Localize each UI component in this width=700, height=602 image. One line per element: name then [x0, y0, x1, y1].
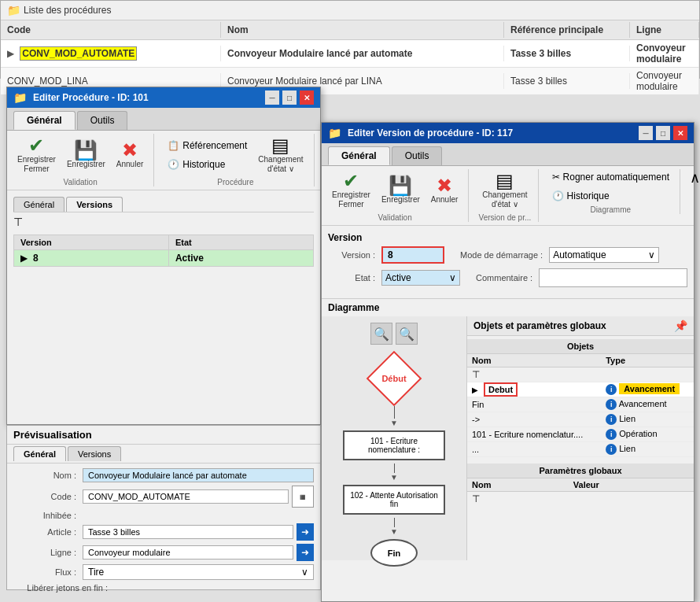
version-enregistrer-button[interactable]: 💾 Enregistrer — [378, 174, 424, 207]
main-window-title: 📁 Liste des procédures — [1, 1, 699, 20]
mode-select[interactable]: Automatique ∨ — [549, 247, 659, 263]
changement-etat-button[interactable]: ▤ Changementd'état ∨ — [254, 134, 307, 176]
lien-type: Lien — [619, 414, 636, 423]
connector3 — [394, 518, 395, 527]
label-nom: Nom : — [13, 471, 76, 480]
form-row-inhibee: Inhibée : — [13, 511, 314, 520]
versions-col-version: Version — [14, 235, 169, 250]
version-ribbon-buttons-diagramme: ✂ Rogner automatiquement 🕐 Historique — [548, 169, 673, 204]
cell-ligne: Convoyeur modulaire — [630, 40, 699, 67]
version-input[interactable] — [381, 246, 444, 264]
version-cancel-icon: ✖ — [437, 176, 452, 195]
col-ligne: Ligne — [630, 22, 699, 38]
enregistrer-button[interactable]: 💾 Enregistrer — [63, 138, 109, 172]
version-row[interactable]: ▶ 8 Active — [14, 250, 314, 267]
rogner-button[interactable]: ✂ Rogner automatiquement — [548, 169, 673, 185]
info-icon-101: i — [606, 429, 617, 440]
inner-tab-general[interactable]: Général — [13, 197, 64, 212]
version-tab-bar: Général Outils — [322, 143, 694, 166]
version-enregistrer-fermer-button[interactable]: ✔ EnregistrerFermer — [328, 169, 374, 212]
etat-select[interactable]: Active ∨ — [381, 270, 460, 286]
annuler-button[interactable]: ✖ Annuler — [112, 138, 147, 172]
zoom-out-button[interactable]: 🔍 — [396, 323, 418, 345]
enregistrer-fermer-button[interactable]: ✔ EnregistrerFermer — [13, 134, 60, 176]
code-highlight: CONV_MOD_AUTOMATE — [20, 46, 137, 61]
inner-tab-versions[interactable]: Versions — [66, 197, 123, 212]
label-article: Article : — [13, 527, 76, 537]
obj-row-dots[interactable]: ... i Lien — [467, 442, 694, 457]
version-minimize-button[interactable]: ─ — [639, 126, 653, 140]
obj-cell-lien-nom: -> — [467, 412, 601, 427]
obj-filter-type — [601, 367, 694, 382]
ribbon-group-procedure: 📋 Référencement 🕐 Historique ▤ Changemen… — [164, 134, 314, 187]
obj-cell-lien-type: i Lien — [601, 412, 694, 427]
obj-row-101[interactable]: 101 - Ecriture nomenclatur.... i Opérati… — [467, 427, 694, 442]
obj-row-fin[interactable]: Fin i Avancement — [467, 397, 694, 412]
flowchart-box-1: 101 - Ecriture nomenclature : — [343, 430, 445, 460]
version-changement-etat-label: Changementd'état ∨ — [482, 190, 527, 209]
pin-icon[interactable]: 📌 — [674, 319, 687, 332]
diagram-toolbar: 🔍 🔍 — [370, 323, 418, 345]
objects-panel-title: Objets et paramètres globaux 📌 — [467, 316, 694, 336]
version-tab-general[interactable]: Général — [328, 146, 390, 165]
value-article: Tasse 3 billes ➜ — [83, 523, 314, 541]
table-row[interactable]: ▶ CONV_MOD_AUTOMATE Convoyeur Modulaire … — [1, 40, 699, 68]
obj-row-lien[interactable]: -> i Lien — [467, 412, 694, 427]
col-nom: Nom — [221, 22, 504, 38]
input-code[interactable]: CONV_MOD_AUTOMATE — [83, 489, 289, 504]
version-historique-button[interactable]: 🕐 Historique — [548, 188, 673, 204]
value-nom: Convoyeur Modulaire lancé par automate — [83, 468, 314, 482]
referencement-button[interactable]: 📋 Référencement — [164, 138, 251, 153]
minimize-button[interactable]: ─ — [265, 90, 279, 105]
params-section-title: Paramètres globaux — [467, 464, 694, 478]
version-annuler-button[interactable]: ✖ Annuler — [427, 174, 462, 207]
maximize-button[interactable]: □ — [282, 90, 297, 105]
version-etat: Active — [168, 250, 313, 267]
flowchart: Début ▼ 101 - Ecriture nomenclature : ▼ … — [327, 351, 461, 570]
form-row-ligne: Ligne : Convoyeur modulaire ➜ — [13, 544, 314, 561]
form-row-flux: Flux : Tire ∨ — [13, 564, 314, 580]
preview-tab-versions[interactable]: Versions — [68, 446, 121, 461]
dots-type: Lien — [619, 444, 636, 453]
titlebar-controls: ─ □ ✕ — [265, 90, 314, 105]
editor-version-window: 📁 Editer Version de procédure - ID: 117 … — [321, 122, 694, 602]
select-flux[interactable]: Tire ∨ — [83, 564, 314, 580]
preview-panel: Prévisualisation Général Versions Nom : … — [6, 425, 321, 590]
row-expand: ▶ — [20, 253, 28, 264]
version-close-button[interactable]: ✕ — [673, 126, 687, 140]
row-expand-obj: ▶ — [472, 386, 478, 394]
ribbon-buttons-procedure: 📋 Référencement 🕐 Historique ▤ Changemen… — [164, 134, 307, 176]
flowchart-box-2: 102 - Attente Autorisation fin — [343, 485, 445, 515]
diagram-area: 🔍 🔍 Début ▼ 101 - Ecriture nomenclature … — [322, 316, 694, 560]
version-changement-etat-button[interactable]: ▤ Changementd'état ∨ — [478, 169, 531, 212]
article-nav-button[interactable]: ➜ — [297, 523, 314, 541]
change-icon: ▤ — [271, 136, 289, 155]
scroll-up-icon[interactable]: ∧ — [690, 169, 700, 187]
check-icon: ✔ — [28, 136, 44, 155]
version-title: Editer Version de procédure - ID: 117 — [348, 127, 513, 138]
tab-outils[interactable]: Outils — [77, 111, 128, 130]
mode-value: Automatique — [553, 249, 606, 260]
version-check-icon: ✔ — [343, 172, 359, 190]
diagram-canvas: 🔍 🔍 Début ▼ 101 - Ecriture nomenclature … — [322, 316, 467, 560]
obj-row-debut[interactable]: ▶ Debut i Avancement — [467, 382, 694, 397]
ligne-nav-button[interactable]: ➜ — [297, 544, 314, 561]
input-ligne[interactable]: Convoyeur modulaire — [83, 545, 293, 560]
input-nom[interactable]: Convoyeur Modulaire lancé par automate — [83, 468, 314, 482]
version-tab-outils[interactable]: Outils — [392, 146, 443, 165]
validation-label: Validation — [64, 178, 98, 187]
label-inhibee: Inhibée : — [13, 511, 76, 520]
preview-tab-general[interactable]: Général — [13, 446, 66, 461]
tab-general[interactable]: Général — [13, 111, 76, 130]
commentaire-input[interactable] — [539, 268, 687, 287]
version-ribbon-buttons-versiondepr: ▤ Changementd'état ∨ — [478, 169, 531, 212]
params-table: Nom Valeur ⊤ — [467, 478, 694, 506]
historique-button[interactable]: 🕐 Historique — [164, 157, 251, 172]
zoom-in-button[interactable]: 🔍 — [370, 323, 392, 345]
info-icon-debut: i — [606, 384, 617, 395]
close-button[interactable]: ✕ — [300, 90, 314, 105]
form-row-code: Code : CONV_MOD_AUTOMATE ▦ — [13, 486, 314, 508]
version-maximize-button[interactable]: □ — [656, 126, 670, 140]
input-article[interactable]: Tasse 3 billes — [83, 525, 293, 539]
version-form-section: Version Version : Mode de démarrage : Au… — [322, 226, 694, 298]
